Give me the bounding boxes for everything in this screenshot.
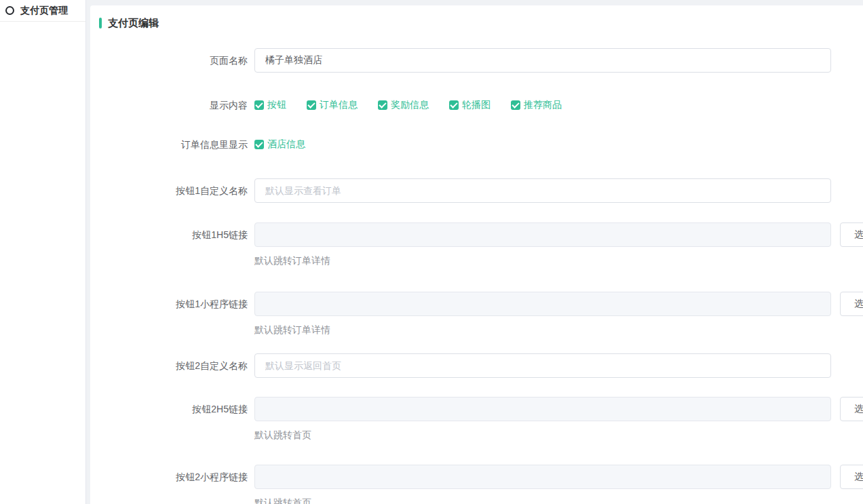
page-root: { "colors": { "accent": "#2fbe96", "page…	[0, 0, 863, 504]
btn1-h5-select-button[interactable]: 选	[840, 222, 863, 247]
checkbox-label: 订单信息	[320, 99, 358, 111]
btn1-h5-link-label: 按钮1H5链接	[90, 222, 248, 247]
page-name-input[interactable]	[254, 48, 831, 73]
checkbox-label: 酒店信息	[267, 138, 305, 151]
circle-icon	[5, 6, 14, 15]
checkmark-icon	[307, 100, 315, 108]
btn1-mini-link-help: 默认跳转订单详情	[254, 323, 863, 336]
form-row-order-info-display: 订单信息里显示 酒店信息	[90, 138, 863, 151]
btn1-mini-link-label: 按钮1小程序链接	[90, 292, 248, 316]
display-content-label: 显示内容	[90, 98, 248, 112]
sidebar-item-payment-page[interactable]: 支付页管理	[0, 0, 85, 22]
checkmark-icon	[450, 100, 457, 108]
form-row-btn2-mini-link: 按钮2小程序链接 选 默认跳转首页	[90, 465, 863, 504]
btn2-h5-link-help: 默认跳转首页	[254, 428, 863, 442]
order-info-checkbox-group: 酒店信息	[254, 138, 326, 151]
btn2-h5-select-button[interactable]: 选	[840, 397, 863, 421]
btn1-h5-link-field: 选 默认跳转订单详情	[254, 222, 863, 267]
btn2-mini-select-button[interactable]: 选	[840, 465, 863, 489]
checkbox-reward-info[interactable]: 奖励信息	[378, 99, 429, 111]
checkbox-label: 奖励信息	[391, 99, 429, 111]
title-accent-bar	[99, 18, 102, 28]
form-row-btn1-mini-link: 按钮1小程序链接 选 默认跳转订单详情	[90, 292, 863, 336]
checkbox-label: 按钮	[267, 99, 286, 111]
btn2-mini-link-field: 选 默认跳转首页	[254, 465, 863, 504]
btn2-h5-link-input[interactable]	[254, 397, 831, 421]
checkmark-icon	[512, 100, 519, 108]
btn2-mini-link-help: 默认跳转首页	[254, 496, 863, 504]
checkbox-carousel[interactable]: 轮播图	[449, 99, 491, 111]
form-row-page-name: 页面名称	[90, 48, 863, 73]
checkbox-checked-box	[378, 100, 387, 110]
btn1-custom-name-input[interactable]	[254, 178, 831, 203]
checkbox-recommended-products[interactable]: 推荐商品	[511, 99, 562, 111]
checkbox-checked-box	[254, 140, 264, 149]
page-title-text: 支付页编辑	[108, 17, 159, 30]
display-content-checkbox-group: 按钮 订单信息 奖励信息 轮播图 推荐商品	[254, 98, 582, 112]
checkbox-checked-box	[254, 100, 264, 110]
btn1-h5-link-input[interactable]	[254, 222, 831, 247]
sidebar-item-label: 支付页管理	[20, 5, 68, 17]
form-row-btn1-h5-link: 按钮1H5链接 选 默认跳转订单详情	[90, 222, 863, 267]
btn1-mini-link-field: 选 默认跳转订单详情	[254, 292, 863, 336]
order-info-display-label: 订单信息里显示	[90, 138, 248, 151]
form-row-display-content: 显示内容 按钮 订单信息 奖励信息 轮播图 推荐商品	[90, 98, 863, 112]
btn2-custom-name-label: 按钮2自定义名称	[90, 353, 248, 378]
btn1-mini-link-input[interactable]	[254, 292, 831, 316]
btn1-custom-name-label: 按钮1自定义名称	[90, 178, 248, 203]
checkbox-label: 轮播图	[462, 99, 491, 111]
btn2-custom-name-input[interactable]	[254, 353, 831, 378]
btn2-h5-link-field: 选 默认跳转首页	[254, 397, 863, 442]
main-panel: 支付页编辑 页面名称 显示内容 按钮 订单信息 奖励信息 轮播图	[90, 5, 863, 504]
checkmark-icon	[255, 100, 263, 108]
form-row-btn2-custom-name: 按钮2自定义名称	[90, 353, 863, 378]
btn2-h5-link-label: 按钮2H5链接	[90, 397, 248, 421]
checkbox-checked-box	[511, 100, 520, 110]
page-name-label: 页面名称	[90, 48, 248, 73]
sidebar: 支付页管理	[0, 0, 86, 504]
form-row-btn1-custom-name: 按钮1自定义名称	[90, 178, 863, 203]
page-title: 支付页编辑	[99, 16, 863, 30]
checkbox-checked-box	[449, 100, 459, 110]
checkbox-label: 推荐商品	[524, 99, 562, 111]
checkmark-icon	[379, 100, 386, 108]
checkbox-hotel-info[interactable]: 酒店信息	[254, 138, 305, 151]
checkmark-icon	[255, 140, 263, 147]
form-row-btn2-h5-link: 按钮2H5链接 选 默认跳转首页	[90, 397, 863, 442]
btn1-mini-select-button[interactable]: 选	[840, 292, 863, 316]
checkbox-order-info[interactable]: 订单信息	[307, 99, 358, 111]
btn2-mini-link-input[interactable]	[254, 465, 831, 489]
btn1-h5-link-help: 默认跳转订单详情	[254, 254, 863, 267]
checkbox-checked-box	[307, 100, 316, 110]
checkbox-button[interactable]: 按钮	[254, 99, 286, 111]
btn2-mini-link-label: 按钮2小程序链接	[90, 465, 248, 489]
